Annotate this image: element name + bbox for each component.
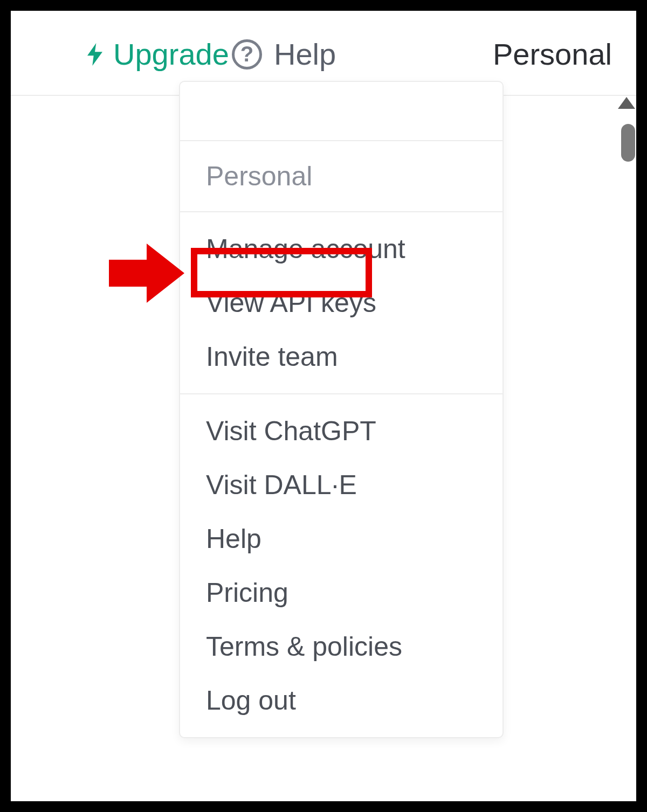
svg-marker-1 [109, 244, 184, 303]
upgrade-label: Upgrade [113, 37, 229, 72]
menu-item-invite-team[interactable]: Invite team [180, 330, 503, 384]
menu-item-help[interactable]: Help [180, 512, 503, 566]
menu-item-visit-dalle[interactable]: Visit DALL·E [180, 458, 503, 512]
screenshot-frame: Upgrade ? Help Personal Personal Manage … [0, 0, 647, 812]
upgrade-link[interactable]: Upgrade [86, 37, 229, 72]
account-dropdown: Personal Manage account View API keys In… [179, 81, 504, 738]
scrollbar-thumb[interactable] [621, 124, 635, 162]
dropdown-title: Personal [180, 141, 503, 212]
menu-item-manage-account[interactable]: Manage account [180, 222, 503, 276]
help-label: Help [274, 37, 336, 72]
svg-marker-0 [87, 43, 102, 66]
menu-group-account: Manage account View API keys Invite team [180, 212, 503, 394]
menu-item-terms[interactable]: Terms & policies [180, 620, 503, 674]
personal-label: Personal [493, 37, 612, 71]
help-link[interactable]: ? Help [232, 37, 336, 72]
dropdown-spacer [180, 82, 503, 141]
menu-group-links: Visit ChatGPT Visit DALL·E Help Pricing … [180, 394, 503, 737]
menu-item-logout[interactable]: Log out [180, 674, 503, 727]
menu-item-view-api-keys[interactable]: View API keys [180, 276, 503, 330]
annotation-arrow-icon [109, 244, 184, 303]
personal-menu-trigger[interactable]: Personal [493, 37, 612, 72]
bolt-icon [86, 41, 104, 67]
scrollbar-up-arrow-icon[interactable] [618, 97, 635, 109]
menu-item-pricing[interactable]: Pricing [180, 566, 503, 620]
help-icon: ? [232, 39, 262, 70]
menu-item-visit-chatgpt[interactable]: Visit ChatGPT [180, 404, 503, 458]
